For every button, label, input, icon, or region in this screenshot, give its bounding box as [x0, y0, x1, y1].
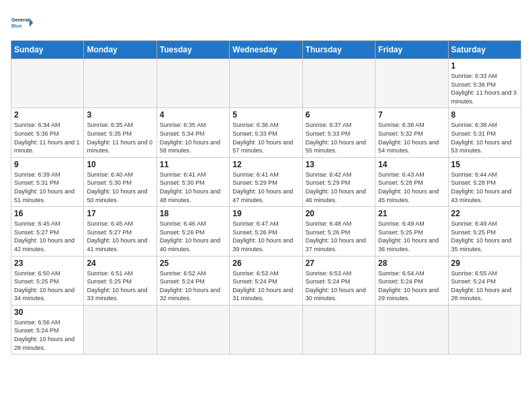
- day-number: 9: [14, 160, 81, 169]
- calendar-day-cell: 6Sunrise: 6:37 AM Sunset: 5:33 PM Daylig…: [302, 108, 375, 157]
- calendar-day-cell: 27Sunrise: 6:53 AM Sunset: 5:24 PM Dayli…: [302, 256, 375, 305]
- calendar-day-cell: 14Sunrise: 6:43 AM Sunset: 5:28 PM Dayli…: [375, 157, 448, 206]
- calendar-day-cell: [375, 305, 448, 354]
- calendar-day-cell: [157, 305, 229, 354]
- day-info: Sunrise: 6:55 AM Sunset: 5:24 PM Dayligh…: [451, 269, 518, 303]
- day-number: 7: [378, 110, 445, 120]
- day-info: Sunrise: 6:51 AM Sunset: 5:25 PM Dayligh…: [87, 269, 153, 303]
- calendar-day-cell: [11, 59, 84, 108]
- calendar-day-cell: 22Sunrise: 6:49 AM Sunset: 5:25 PM Dayli…: [448, 207, 521, 256]
- day-number: 17: [87, 209, 153, 218]
- calendar-day-cell: 21Sunrise: 6:49 AM Sunset: 5:25 PM Dayli…: [375, 207, 448, 256]
- day-number: 23: [14, 259, 81, 268]
- day-number: 28: [378, 259, 445, 268]
- day-info: Sunrise: 6:56 AM Sunset: 5:24 PM Dayligh…: [14, 318, 81, 352]
- calendar-table: SundayMondayTuesdayWednesdayThursdayFrid…: [11, 40, 521, 355]
- day-info: Sunrise: 6:33 AM Sunset: 5:36 PM Dayligh…: [451, 72, 518, 105]
- calendar-day-cell: 4Sunrise: 6:35 AM Sunset: 5:34 PM Daylig…: [157, 108, 229, 157]
- day-info: Sunrise: 6:44 AM Sunset: 5:28 PM Dayligh…: [451, 171, 518, 204]
- day-info: Sunrise: 6:41 AM Sunset: 5:29 PM Dayligh…: [232, 171, 299, 204]
- day-info: Sunrise: 6:53 AM Sunset: 5:24 PM Dayligh…: [232, 269, 299, 303]
- calendar-day-cell: 3Sunrise: 6:35 AM Sunset: 5:35 PM Daylig…: [84, 108, 157, 157]
- day-info: Sunrise: 6:42 AM Sunset: 5:29 PM Dayligh…: [306, 171, 372, 204]
- day-number: 10: [87, 160, 153, 169]
- calendar-day-cell: 10Sunrise: 6:40 AM Sunset: 5:30 PM Dayli…: [84, 157, 157, 206]
- logo-icon: GeneralBlue: [11, 11, 35, 35]
- day-number: 14: [378, 160, 445, 169]
- day-number: 24: [87, 259, 153, 268]
- day-number: 5: [232, 110, 299, 120]
- calendar-day-cell: 7Sunrise: 6:38 AM Sunset: 5:32 PM Daylig…: [375, 108, 448, 157]
- day-number: 11: [160, 160, 226, 169]
- day-number: 25: [160, 259, 226, 268]
- calendar-day-cell: [230, 305, 302, 354]
- day-number: 4: [160, 110, 226, 120]
- calendar-week-row: 2Sunrise: 6:34 AM Sunset: 5:36 PM Daylig…: [11, 108, 521, 157]
- calendar-day-cell: 18Sunrise: 6:46 AM Sunset: 5:26 PM Dayli…: [157, 207, 229, 256]
- day-info: Sunrise: 6:47 AM Sunset: 5:26 PM Dayligh…: [232, 220, 299, 253]
- calendar-day-cell: 19Sunrise: 6:47 AM Sunset: 5:26 PM Dayli…: [230, 207, 302, 256]
- svg-text:General: General: [11, 17, 30, 23]
- calendar-day-cell: 20Sunrise: 6:48 AM Sunset: 5:26 PM Dayli…: [302, 207, 375, 256]
- svg-text:Blue: Blue: [11, 23, 22, 29]
- calendar-day-cell: 25Sunrise: 6:52 AM Sunset: 5:24 PM Dayli…: [157, 256, 229, 305]
- calendar-day-cell: 23Sunrise: 6:50 AM Sunset: 5:25 PM Dayli…: [11, 256, 84, 305]
- day-info: Sunrise: 6:54 AM Sunset: 5:24 PM Dayligh…: [378, 269, 445, 303]
- day-number: 2: [14, 110, 81, 120]
- day-header-friday: Friday: [375, 41, 448, 59]
- calendar-day-cell: [230, 59, 302, 108]
- day-info: Sunrise: 6:40 AM Sunset: 5:30 PM Dayligh…: [87, 171, 153, 204]
- calendar-day-cell: 26Sunrise: 6:53 AM Sunset: 5:24 PM Dayli…: [230, 256, 302, 305]
- calendar-week-row: 9Sunrise: 6:39 AM Sunset: 5:31 PM Daylig…: [11, 157, 521, 206]
- day-number: 13: [306, 160, 372, 169]
- day-info: Sunrise: 6:38 AM Sunset: 5:31 PM Dayligh…: [451, 121, 518, 154]
- day-info: Sunrise: 6:46 AM Sunset: 5:26 PM Dayligh…: [160, 220, 226, 253]
- day-info: Sunrise: 6:52 AM Sunset: 5:24 PM Dayligh…: [160, 269, 226, 303]
- calendar-day-cell: 1Sunrise: 6:33 AM Sunset: 5:36 PM Daylig…: [448, 59, 521, 108]
- calendar-day-cell: 11Sunrise: 6:41 AM Sunset: 5:30 PM Dayli…: [157, 157, 229, 206]
- calendar-week-row: 1Sunrise: 6:33 AM Sunset: 5:36 PM Daylig…: [11, 59, 521, 108]
- day-info: Sunrise: 6:35 AM Sunset: 5:34 PM Dayligh…: [160, 121, 226, 154]
- calendar-day-cell: [157, 59, 229, 108]
- calendar-day-cell: 5Sunrise: 6:36 AM Sunset: 5:33 PM Daylig…: [230, 108, 302, 157]
- calendar-day-cell: [448, 305, 521, 354]
- svg-marker-2: [30, 18, 33, 27]
- day-number: 30: [14, 308, 81, 317]
- calendar-day-cell: 8Sunrise: 6:38 AM Sunset: 5:31 PM Daylig…: [448, 108, 521, 157]
- calendar-day-cell: [302, 305, 375, 354]
- day-number: 26: [232, 259, 299, 268]
- day-info: Sunrise: 6:36 AM Sunset: 5:33 PM Dayligh…: [232, 121, 299, 154]
- day-info: Sunrise: 6:45 AM Sunset: 5:27 PM Dayligh…: [87, 220, 153, 253]
- day-info: Sunrise: 6:49 AM Sunset: 5:25 PM Dayligh…: [451, 220, 518, 253]
- day-number: 15: [451, 160, 518, 169]
- day-number: 20: [306, 209, 372, 218]
- day-header-thursday: Thursday: [302, 41, 375, 59]
- day-info: Sunrise: 6:50 AM Sunset: 5:25 PM Dayligh…: [14, 269, 81, 303]
- day-number: 3: [87, 110, 153, 120]
- day-header-monday: Monday: [84, 41, 157, 59]
- day-info: Sunrise: 6:37 AM Sunset: 5:33 PM Dayligh…: [306, 121, 372, 154]
- day-number: 16: [14, 209, 81, 218]
- calendar-day-cell: 16Sunrise: 6:45 AM Sunset: 5:27 PM Dayli…: [11, 207, 84, 256]
- day-info: Sunrise: 6:53 AM Sunset: 5:24 PM Dayligh…: [306, 269, 372, 303]
- day-number: 19: [232, 209, 299, 218]
- day-info: Sunrise: 6:49 AM Sunset: 5:25 PM Dayligh…: [378, 220, 445, 253]
- day-number: 8: [451, 110, 518, 120]
- calendar-day-cell: 30Sunrise: 6:56 AM Sunset: 5:24 PM Dayli…: [11, 305, 84, 354]
- day-number: 18: [160, 209, 226, 218]
- calendar-day-cell: 15Sunrise: 6:44 AM Sunset: 5:28 PM Dayli…: [448, 157, 521, 206]
- day-number: 29: [451, 259, 518, 268]
- calendar-day-cell: 28Sunrise: 6:54 AM Sunset: 5:24 PM Dayli…: [375, 256, 448, 305]
- day-header-wednesday: Wednesday: [230, 41, 302, 59]
- day-number: 21: [378, 209, 445, 218]
- calendar-day-cell: [84, 59, 157, 108]
- calendar-header: GeneralBlue: [11, 11, 521, 35]
- day-number: 6: [306, 110, 372, 120]
- calendar-week-row: 16Sunrise: 6:45 AM Sunset: 5:27 PM Dayli…: [11, 207, 521, 256]
- day-header-tuesday: Tuesday: [157, 41, 229, 59]
- logo: GeneralBlue: [11, 11, 35, 35]
- calendar-day-cell: 9Sunrise: 6:39 AM Sunset: 5:31 PM Daylig…: [11, 157, 84, 206]
- calendar-day-cell: [375, 59, 448, 108]
- calendar-day-cell: 13Sunrise: 6:42 AM Sunset: 5:29 PM Dayli…: [302, 157, 375, 206]
- calendar-week-row: 30Sunrise: 6:56 AM Sunset: 5:24 PM Dayli…: [11, 305, 521, 354]
